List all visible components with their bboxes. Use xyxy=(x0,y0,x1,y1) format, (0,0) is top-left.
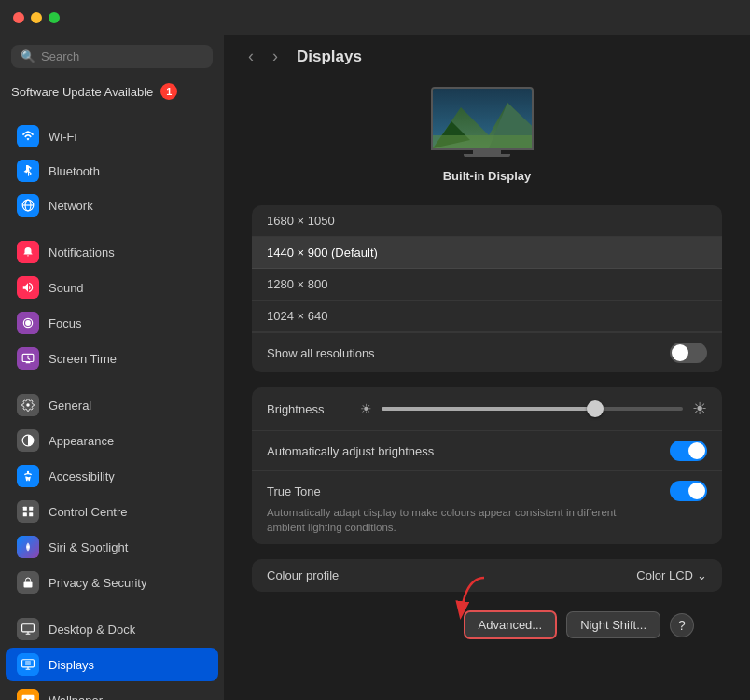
svg-point-6 xyxy=(27,471,29,473)
svg-rect-16 xyxy=(22,695,35,700)
slider-knob xyxy=(587,400,604,417)
sidebar-item-label-bluetooth: Bluetooth xyxy=(49,164,100,178)
forward-button[interactable]: › xyxy=(267,45,284,68)
brightness-label: Brightness xyxy=(267,402,351,416)
brightness-row: Brightness ☀ ☀ xyxy=(252,387,722,431)
svg-point-4 xyxy=(26,403,30,407)
resolution-1680[interactable]: 1680 × 1050 xyxy=(252,205,722,237)
sidebar-item-label-siri: Siri & Spotlight xyxy=(49,540,128,554)
privacy-icon xyxy=(17,571,39,594)
displays-icon xyxy=(17,653,39,676)
auto-brightness-label: Automatically adjust brightness xyxy=(267,444,434,458)
svg-rect-15 xyxy=(25,661,31,665)
sidebar-item-privacy[interactable]: Privacy & Security xyxy=(6,566,218,599)
appearance-icon xyxy=(17,429,39,452)
sidebar-item-label-sound: Sound xyxy=(49,281,84,295)
resolution-1440[interactable]: 1440 × 900 (Default) xyxy=(252,237,722,269)
svg-rect-7 xyxy=(23,507,27,511)
sidebar-item-label-controlcentre: Control Centre xyxy=(49,505,128,519)
sidebar-item-label-wallpaper: Wallpaper xyxy=(49,693,103,701)
svg-rect-10 xyxy=(29,512,33,516)
bluetooth-icon xyxy=(17,160,39,182)
sidebar-item-bluetooth[interactable]: Bluetooth xyxy=(6,154,218,188)
sidebar-item-wallpaper[interactable]: Wallpaper xyxy=(6,683,218,700)
show-all-label: Show all resolutions xyxy=(267,346,375,360)
night-shift-button[interactable]: Night Shift... xyxy=(566,611,660,638)
siri-icon xyxy=(17,536,39,558)
sidebar-item-general[interactable]: General xyxy=(6,388,218,422)
sidebar-item-label-notifications: Notifications xyxy=(49,245,115,259)
monitor-foot xyxy=(464,154,510,157)
sound-icon xyxy=(17,276,39,299)
brightness-card: Brightness ☀ ☀ Automatically adjust brig… xyxy=(252,387,722,544)
sidebar-item-desktop[interactable]: Desktop & Dock xyxy=(6,612,218,646)
auto-brightness-toggle[interactable] xyxy=(670,441,707,461)
monitor-screen xyxy=(431,87,534,150)
resolution-1280[interactable]: 1280 × 800 xyxy=(252,269,722,301)
network-icon xyxy=(17,194,39,217)
true-tone-description: Automatically adapt display to make colo… xyxy=(267,505,621,535)
search-box[interactable]: 🔍 Search xyxy=(11,45,213,68)
search-container: 🔍 Search xyxy=(0,35,224,76)
sidebar-item-label-network: Network xyxy=(49,199,93,213)
sidebar-item-displays[interactable]: Displays xyxy=(6,648,218,681)
svg-rect-25 xyxy=(433,135,532,148)
software-update-item[interactable]: Software Update Available 1 xyxy=(0,76,224,104)
search-placeholder: Search xyxy=(41,49,79,63)
brightness-high-icon: ☀ xyxy=(692,399,707,419)
screentime-icon xyxy=(17,347,39,370)
titlebar xyxy=(0,0,750,35)
resolution-card: 1680 × 1050 1440 × 900 (Default) 1280 × … xyxy=(252,205,722,372)
software-update-label: Software Update Available xyxy=(11,85,153,99)
svg-point-11 xyxy=(27,546,30,549)
sidebar-item-controlcentre[interactable]: Control Centre xyxy=(6,495,218,528)
display-area: Built-in Display 1680 × 1050 1440 × 900 … xyxy=(224,77,750,673)
svg-rect-12 xyxy=(24,582,33,588)
monitor-label: Built-in Display xyxy=(443,169,532,183)
sidebar-item-label-accessibility: Accessibility xyxy=(49,469,115,483)
sidebar-item-screentime[interactable]: Screen Time xyxy=(6,342,218,375)
back-button[interactable]: ‹ xyxy=(243,45,259,68)
true-tone-label: True Tone xyxy=(267,484,321,498)
colour-profile-row: Colour profile Color LCD ⌄ xyxy=(252,559,722,592)
maximize-button[interactable] xyxy=(49,12,60,23)
sidebar-item-wifi[interactable]: Wi-Fi xyxy=(6,119,218,153)
display-monitor: Built-in Display xyxy=(252,87,722,183)
sidebar-item-label-screentime: Screen Time xyxy=(49,352,117,366)
svg-rect-9 xyxy=(23,512,27,516)
sidebar-item-accessibility[interactable]: Accessibility xyxy=(6,459,218,493)
svg-rect-13 xyxy=(22,624,35,632)
sidebar-item-siri[interactable]: Siri & Spotlight xyxy=(6,530,218,564)
sidebar-item-sound[interactable]: Sound xyxy=(6,271,218,304)
colour-profile-value[interactable]: Color LCD ⌄ xyxy=(636,568,707,582)
sidebar-item-label-focus: Focus xyxy=(49,316,81,330)
toggle-knob-truetone xyxy=(688,483,705,499)
traffic-lights xyxy=(13,12,60,23)
close-button[interactable] xyxy=(13,12,24,23)
true-tone-toggle[interactable] xyxy=(670,481,707,501)
colour-profile-chevron: ⌄ xyxy=(697,568,707,582)
sidebar-item-notifications[interactable]: Notifications xyxy=(6,235,218,269)
minimize-button[interactable] xyxy=(31,12,42,23)
sidebar-network-section: Wi-Fi Bluetooth Network xyxy=(0,119,224,223)
show-all-toggle[interactable] xyxy=(670,343,707,363)
true-tone-section: True Tone Automatically adapt display to… xyxy=(252,470,722,544)
show-all-row: Show all resolutions xyxy=(252,332,722,372)
advanced-button[interactable]: Advanced... xyxy=(464,610,558,639)
sidebar: 🔍 Search Software Update Available 1 Wi-… xyxy=(0,0,224,700)
bottom-actions: Advanced... Night Shift... ? xyxy=(252,607,722,654)
sidebar-item-focus[interactable]: Focus xyxy=(6,306,218,340)
accessibility-icon xyxy=(17,465,39,487)
colour-profile-card: Colour profile Color LCD ⌄ xyxy=(252,559,722,592)
brightness-slider[interactable] xyxy=(382,407,683,411)
sidebar-item-label-general: General xyxy=(49,399,91,413)
sidebar-item-appearance[interactable]: Appearance xyxy=(6,424,218,457)
help-button[interactable]: ? xyxy=(670,613,694,637)
sidebar-item-network[interactable]: Network xyxy=(6,189,218,222)
svg-rect-8 xyxy=(29,507,33,511)
wallpaper-icon xyxy=(17,689,39,700)
main-content: ‹ › Displays xyxy=(224,0,750,700)
resolution-1024[interactable]: 1024 × 640 xyxy=(252,301,722,332)
desktop-icon xyxy=(17,618,39,640)
toggle-knob-show-all xyxy=(672,344,688,361)
